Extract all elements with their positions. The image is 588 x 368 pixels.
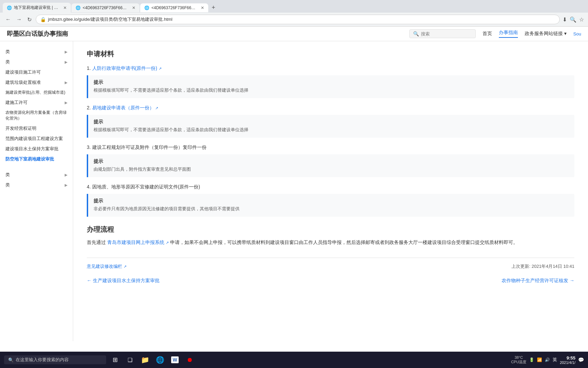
sidebar-item-agri[interactable]: 农物资源化利用方案备案（含房绿化管沟） <box>0 108 73 123</box>
sidebar-item-range[interactable]: 范围内建设项目工程建设方案 <box>0 134 73 144</box>
chevron-right-icon-bcat2: ▶ <box>65 183 67 187</box>
main-layout: 类 ▶ 类 ▶ 建设项目施工许可 建筑垃圾处置核准 ▶ 施建设类审批(占用、挖掘… <box>0 41 588 341</box>
search-input[interactable] <box>421 31 472 36</box>
nav-links: 🔍 首页 办事指南 政务服务网站链接 ▾ Sou <box>409 29 581 38</box>
hint-content-3: 由规划部门出具，附件指方案审查意见和总平面图 <box>94 166 569 173</box>
footer-meta: 意见建议修改编栏 ↗ 上次更新: 2021年4月14日 10:41 <box>87 263 574 270</box>
footer-nav-links: ← 生产建设项目水土保持方案审批 农作物种子生产经营许可证核发 → <box>87 278 574 284</box>
sidebar-item-waste[interactable]: 建筑垃圾处置核准 ▶ <box>0 77 73 88</box>
hint-title-4: 提示 <box>94 198 569 204</box>
material-item-1: 1. 人防行政审批申请书(原件一份) ↗ <box>87 64 574 73</box>
hint-content-4: 非必要件只有因为地质原因无法修建的项目需要提供，其他项目不需要提供 <box>94 205 569 213</box>
search-icon: 🔍 <box>413 31 419 36</box>
browser-chrome: 🌐 地下室易地建设审批 | 即墨… ✕ 🌐 <4D6963726F736F667… <box>0 0 588 27</box>
new-tab-button[interactable]: + <box>209 3 218 13</box>
refresh-button[interactable]: ↻ <box>26 15 33 24</box>
material-item-4: 4. 因地质、地形等原因不宜修建的证明文件(原件一份) <box>87 183 574 191</box>
tab-1-close[interactable]: ✕ <box>63 5 67 10</box>
hint-title-2: 提示 <box>94 119 569 125</box>
site-title: 即墨区白话版办事指南 <box>7 30 68 38</box>
material-2-link[interactable]: 易地建设申请表（原件一份） <box>92 105 154 110</box>
tab-bar: 🌐 地下室易地建设审批 | 即墨… ✕ 🌐 <4D6963726F736F667… <box>0 0 588 13</box>
chevron-down-icon: ▾ <box>564 31 567 36</box>
material-item-2: 2. 易地建设申请表（原件一份） ↗ <box>87 104 574 112</box>
hint-box-3: 提示 由规划部门出具，附件指方案审查意见和总平面图 <box>87 154 574 177</box>
chevron-right-icon-cat1: ▶ <box>65 50 67 54</box>
process-description: 首先通过 青岛市建项目网上申报系统 ↗ 申请，如果不会网上申报，可以携带纸质材料… <box>87 238 574 247</box>
sidebar-item-bcat1[interactable]: 类 ▶ <box>0 170 73 180</box>
tab-3-title: <4D6963726F736F667420576… <box>151 5 197 10</box>
main-content: 申请材料 1. 人防行政审批申请书(原件一份) ↗ 提示 根据模板填写即可，不需… <box>73 41 588 341</box>
address-text: jmbszn.gitee.io/guide/建设项目类/防空地下室易地建设审批.… <box>48 16 555 22</box>
external-link-icon-feedback: ↗ <box>124 264 127 269</box>
tab-2-close[interactable]: ✕ <box>132 5 135 10</box>
sidebar-item-underground[interactable]: 防空地下室易地建设审批 <box>0 154 73 164</box>
nav-home[interactable]: 首页 <box>483 31 492 37</box>
sidebar-item-bcat2[interactable]: 类 ▶ <box>0 180 73 190</box>
sidebar-item-build-permit[interactable]: 建施工许可 ▶ <box>0 97 73 108</box>
sidebar-item-road[interactable]: 施建设类审批(占用、挖掘城市道) <box>0 88 73 97</box>
sidebar: 类 ▶ 类 ▶ 建设项目施工许可 建筑垃圾处置核准 ▶ 施建设类审批(占用、挖掘… <box>0 41 73 341</box>
tab-1-title: 地下室易地建设审批 | 即墨… <box>14 5 60 11</box>
footer-links: 意见建议修改编栏 ↗ 上次更新: 2021年4月14日 10:41 ← 生产建设… <box>87 258 574 289</box>
bookmark-icon[interactable]: ☆ <box>579 16 584 23</box>
hint-title-3: 提示 <box>94 158 569 165</box>
tab-1[interactable]: 🌐 地下室易地建设审批 | 即墨… ✕ <box>3 3 71 13</box>
hint-title-1: 提示 <box>94 79 569 86</box>
hint-box-1: 提示 根据模板填写即可，不需要选择适应那个条款，适应条款由我们替建设单位选择 <box>87 75 574 98</box>
chevron-right-icon-waste: ▶ <box>65 80 67 85</box>
sidebar-item-construction-permit[interactable]: 建设项目施工许可 <box>0 67 73 77</box>
external-link-icon-1: ↗ <box>159 66 162 71</box>
chevron-right-icon-build: ▶ <box>65 101 67 105</box>
sidebar-item-dev[interactable]: 开发经营权证明 <box>0 123 73 134</box>
sidebar-item-water[interactable]: 建设项目水土保持方案审批 <box>0 144 73 154</box>
chevron-right-icon-cat2: ▶ <box>65 60 67 64</box>
external-link-icon-2: ↗ <box>155 106 158 110</box>
tab-2[interactable]: 🌐 <4D6963726F736F667420576… ✕ <box>71 3 140 12</box>
next-page-link[interactable]: 农作物种子生产经营许可证核发 → <box>502 278 574 284</box>
sidebar-item-cat1[interactable]: 类 ▶ <box>0 47 73 57</box>
tab-2-favicon: 🌐 <box>76 5 81 10</box>
material-1-link[interactable]: 人防行政审批申请书(原件一份) <box>92 65 157 71</box>
lock-icon: 🔒 <box>40 17 46 22</box>
top-nav: 即墨区白话版办事指南 🔍 首页 办事指南 政务服务网站链接 ▾ Sou <box>0 27 588 41</box>
material-item-3: 3. 建设工程规划许可证及附件（复印件一份）复印件一份 <box>87 143 574 152</box>
back-button[interactable]: ← <box>4 15 12 24</box>
tab-1-favicon: 🌐 <box>7 5 12 10</box>
feedback-link[interactable]: 意见建议修改编栏 ↗ <box>87 263 127 270</box>
tab-3-favicon: 🌐 <box>144 5 149 10</box>
forward-button[interactable]: → <box>15 15 23 24</box>
process-link[interactable]: 青岛市建项目网上申报系统 ↗ <box>107 240 170 245</box>
sidebar-item-cat2[interactable]: 类 ▶ <box>0 57 73 67</box>
chevron-right-icon-bcat1: ▶ <box>65 173 67 177</box>
address-bar-row: ← → ↻ 🔒 jmbszn.gitee.io/guide/建设项目类/防空地下… <box>0 13 588 26</box>
prev-page-link[interactable]: ← 生产建设项目水土保持方案审批 <box>87 278 160 284</box>
process-section-title: 办理流程 <box>87 225 574 234</box>
tab-3-close[interactable]: ✕ <box>201 5 204 10</box>
search-box[interactable]: 🔍 <box>409 29 476 38</box>
tab-2-title: <4D6963726F736F667420576… <box>83 5 129 10</box>
nav-guide[interactable]: 办事指南 <box>499 30 518 38</box>
nav-gov[interactable]: 政务服务网站链接 ▾ <box>525 31 567 37</box>
zoom-icon[interactable]: 🔍 <box>570 16 576 23</box>
hint-box-2: 提示 根据模板填写即可，不需要选择适应那个条款，适应条款由我们替建设单位选择 <box>87 115 574 138</box>
hint-content-1: 根据模板填写即可，不需要选择适应那个条款，适应条款由我们替建设单位选择 <box>94 87 569 94</box>
external-link-icon-process: ↗ <box>166 241 169 245</box>
last-updated: 上次更新: 2021年4月14日 10:41 <box>511 263 574 270</box>
sou-button[interactable]: Sou <box>573 31 581 36</box>
address-bar[interactable]: 🔒 jmbszn.gitee.io/guide/建设项目类/防空地下室易地建设审… <box>36 15 560 24</box>
tab-3[interactable]: 🌐 <4D6963726F736F667420576… ✕ <box>140 3 208 12</box>
hint-box-4: 提示 非必要件只有因为地质原因无法修建的项目需要提供，其他项目不需要提供 <box>87 194 574 217</box>
materials-section-title: 申请材料 <box>87 49 574 59</box>
hint-content-2: 根据模板填写即可，不需要选择适应那个条款，适应条款由我们替建设单位选择 <box>94 126 569 134</box>
download-icon[interactable]: ⬇ <box>562 16 567 23</box>
